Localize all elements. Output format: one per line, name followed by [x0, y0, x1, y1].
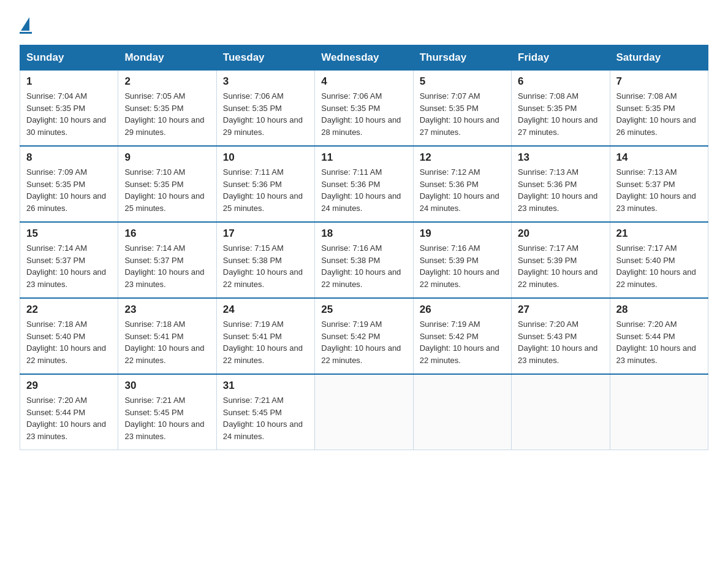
day-number: 4	[321, 75, 406, 88]
day-info: Sunrise: 7:20 AM Sunset: 5:44 PM Dayligh…	[26, 394, 112, 442]
logo-triangle-icon	[21, 17, 29, 31]
weekday-header-cell: Thursday	[413, 45, 511, 71]
day-number: 22	[26, 304, 112, 316]
day-info: Sunrise: 7:13 AM Sunset: 5:37 PM Dayligh…	[616, 166, 702, 214]
day-info: Sunrise: 7:05 AM Sunset: 5:35 PM Dayligh…	[124, 90, 210, 138]
calendar-day-cell: 27 Sunrise: 7:20 AM Sunset: 5:43 PM Dayl…	[512, 298, 610, 374]
day-number: 3	[223, 75, 308, 88]
calendar-week-row: 22 Sunrise: 7:18 AM Sunset: 5:40 PM Dayl…	[20, 298, 708, 374]
day-info: Sunrise: 7:13 AM Sunset: 5:36 PM Dayligh…	[518, 166, 603, 214]
day-number: 10	[223, 151, 308, 164]
day-number: 26	[420, 304, 505, 316]
day-info: Sunrise: 7:17 AM Sunset: 5:40 PM Dayligh…	[616, 242, 702, 290]
calendar-day-cell: 18 Sunrise: 7:16 AM Sunset: 5:38 PM Dayl…	[315, 222, 413, 298]
calendar-body: 1 Sunrise: 7:04 AM Sunset: 5:35 PM Dayli…	[20, 71, 708, 450]
day-number: 23	[124, 304, 210, 316]
day-info: Sunrise: 7:21 AM Sunset: 5:45 PM Dayligh…	[223, 394, 308, 442]
day-info: Sunrise: 7:19 AM Sunset: 5:41 PM Dayligh…	[223, 318, 308, 366]
weekday-header-cell: Sunday	[20, 45, 118, 71]
calendar-day-cell: 16 Sunrise: 7:14 AM Sunset: 5:37 PM Dayl…	[118, 222, 216, 298]
calendar-day-cell: 7 Sunrise: 7:08 AM Sunset: 5:35 PM Dayli…	[610, 71, 708, 147]
day-info: Sunrise: 7:08 AM Sunset: 5:35 PM Dayligh…	[616, 90, 702, 138]
day-info: Sunrise: 7:19 AM Sunset: 5:42 PM Dayligh…	[321, 318, 406, 366]
header	[20, 15, 708, 34]
calendar-day-cell	[610, 374, 708, 450]
day-info: Sunrise: 7:12 AM Sunset: 5:36 PM Dayligh…	[420, 166, 505, 214]
day-info: Sunrise: 7:15 AM Sunset: 5:38 PM Dayligh…	[223, 242, 308, 290]
day-info: Sunrise: 7:21 AM Sunset: 5:45 PM Dayligh…	[124, 394, 210, 442]
calendar-table: SundayMondayTuesdayWednesdayThursdayFrid…	[20, 45, 708, 450]
day-info: Sunrise: 7:19 AM Sunset: 5:42 PM Dayligh…	[420, 318, 505, 366]
calendar-day-cell	[315, 374, 413, 450]
day-info: Sunrise: 7:18 AM Sunset: 5:40 PM Dayligh…	[26, 318, 112, 366]
day-number: 20	[518, 228, 603, 240]
day-number: 5	[420, 75, 505, 88]
day-info: Sunrise: 7:14 AM Sunset: 5:37 PM Dayligh…	[124, 242, 210, 290]
logo-underline	[20, 32, 32, 34]
day-number: 6	[518, 75, 603, 88]
calendar-day-cell: 19 Sunrise: 7:16 AM Sunset: 5:39 PM Dayl…	[413, 222, 511, 298]
calendar-day-cell: 2 Sunrise: 7:05 AM Sunset: 5:35 PM Dayli…	[118, 71, 216, 147]
calendar-week-row: 15 Sunrise: 7:14 AM Sunset: 5:37 PM Dayl…	[20, 222, 708, 298]
calendar-day-cell: 6 Sunrise: 7:08 AM Sunset: 5:35 PM Dayli…	[512, 71, 610, 147]
weekday-header-cell: Friday	[512, 45, 610, 71]
day-number: 17	[223, 228, 308, 240]
calendar-day-cell: 24 Sunrise: 7:19 AM Sunset: 5:41 PM Dayl…	[216, 298, 314, 374]
day-number: 7	[616, 75, 702, 88]
day-info: Sunrise: 7:16 AM Sunset: 5:38 PM Dayligh…	[321, 242, 406, 290]
day-info: Sunrise: 7:06 AM Sunset: 5:35 PM Dayligh…	[223, 90, 308, 138]
calendar-day-cell: 21 Sunrise: 7:17 AM Sunset: 5:40 PM Dayl…	[610, 222, 708, 298]
calendar-day-cell: 12 Sunrise: 7:12 AM Sunset: 5:36 PM Dayl…	[413, 146, 511, 222]
day-info: Sunrise: 7:16 AM Sunset: 5:39 PM Dayligh…	[420, 242, 505, 290]
day-number: 25	[321, 304, 406, 316]
day-info: Sunrise: 7:14 AM Sunset: 5:37 PM Dayligh…	[26, 242, 112, 290]
calendar-day-cell: 3 Sunrise: 7:06 AM Sunset: 5:35 PM Dayli…	[216, 71, 314, 147]
day-info: Sunrise: 7:06 AM Sunset: 5:35 PM Dayligh…	[321, 90, 406, 138]
day-number: 27	[518, 304, 603, 316]
calendar-day-cell: 11 Sunrise: 7:11 AM Sunset: 5:36 PM Dayl…	[315, 146, 413, 222]
weekday-header-cell: Wednesday	[315, 45, 413, 71]
day-info: Sunrise: 7:11 AM Sunset: 5:36 PM Dayligh…	[223, 166, 308, 214]
calendar-day-cell: 15 Sunrise: 7:14 AM Sunset: 5:37 PM Dayl…	[20, 222, 118, 298]
day-number: 24	[223, 304, 308, 316]
weekday-header-row: SundayMondayTuesdayWednesdayThursdayFrid…	[20, 45, 708, 71]
day-number: 12	[420, 151, 505, 164]
day-number: 28	[616, 304, 702, 316]
calendar-day-cell: 20 Sunrise: 7:17 AM Sunset: 5:39 PM Dayl…	[512, 222, 610, 298]
calendar-day-cell: 23 Sunrise: 7:18 AM Sunset: 5:41 PM Dayl…	[118, 298, 216, 374]
day-number: 29	[26, 380, 112, 392]
day-info: Sunrise: 7:18 AM Sunset: 5:41 PM Dayligh…	[124, 318, 210, 366]
calendar-day-cell: 13 Sunrise: 7:13 AM Sunset: 5:36 PM Dayl…	[512, 146, 610, 222]
day-number: 18	[321, 228, 406, 240]
day-number: 31	[223, 380, 308, 392]
calendar-day-cell: 22 Sunrise: 7:18 AM Sunset: 5:40 PM Dayl…	[20, 298, 118, 374]
calendar-week-row: 1 Sunrise: 7:04 AM Sunset: 5:35 PM Dayli…	[20, 71, 708, 147]
calendar-week-row: 29 Sunrise: 7:20 AM Sunset: 5:44 PM Dayl…	[20, 374, 708, 450]
calendar-day-cell: 4 Sunrise: 7:06 AM Sunset: 5:35 PM Dayli…	[315, 71, 413, 147]
calendar-day-cell: 31 Sunrise: 7:21 AM Sunset: 5:45 PM Dayl…	[216, 374, 314, 450]
day-info: Sunrise: 7:17 AM Sunset: 5:39 PM Dayligh…	[518, 242, 603, 290]
calendar-day-cell: 25 Sunrise: 7:19 AM Sunset: 5:42 PM Dayl…	[315, 298, 413, 374]
day-number: 11	[321, 151, 406, 164]
day-info: Sunrise: 7:07 AM Sunset: 5:35 PM Dayligh…	[420, 90, 505, 138]
weekday-header-cell: Saturday	[610, 45, 708, 71]
day-number: 19	[420, 228, 505, 240]
day-number: 9	[124, 151, 210, 164]
calendar-day-cell	[512, 374, 610, 450]
calendar-day-cell: 9 Sunrise: 7:10 AM Sunset: 5:35 PM Dayli…	[118, 146, 216, 222]
day-number: 16	[124, 228, 210, 240]
day-number: 13	[518, 151, 603, 164]
day-number: 30	[124, 380, 210, 392]
logo	[20, 15, 32, 34]
weekday-header-cell: Tuesday	[216, 45, 314, 71]
calendar-day-cell: 14 Sunrise: 7:13 AM Sunset: 5:37 PM Dayl…	[610, 146, 708, 222]
day-info: Sunrise: 7:20 AM Sunset: 5:44 PM Dayligh…	[616, 318, 702, 366]
day-info: Sunrise: 7:10 AM Sunset: 5:35 PM Dayligh…	[124, 166, 210, 214]
calendar-day-cell	[413, 374, 511, 450]
calendar-day-cell: 29 Sunrise: 7:20 AM Sunset: 5:44 PM Dayl…	[20, 374, 118, 450]
day-number: 14	[616, 151, 702, 164]
calendar-day-cell: 1 Sunrise: 7:04 AM Sunset: 5:35 PM Dayli…	[20, 71, 118, 147]
calendar-day-cell: 26 Sunrise: 7:19 AM Sunset: 5:42 PM Dayl…	[413, 298, 511, 374]
calendar-week-row: 8 Sunrise: 7:09 AM Sunset: 5:35 PM Dayli…	[20, 146, 708, 222]
day-info: Sunrise: 7:11 AM Sunset: 5:36 PM Dayligh…	[321, 166, 406, 214]
